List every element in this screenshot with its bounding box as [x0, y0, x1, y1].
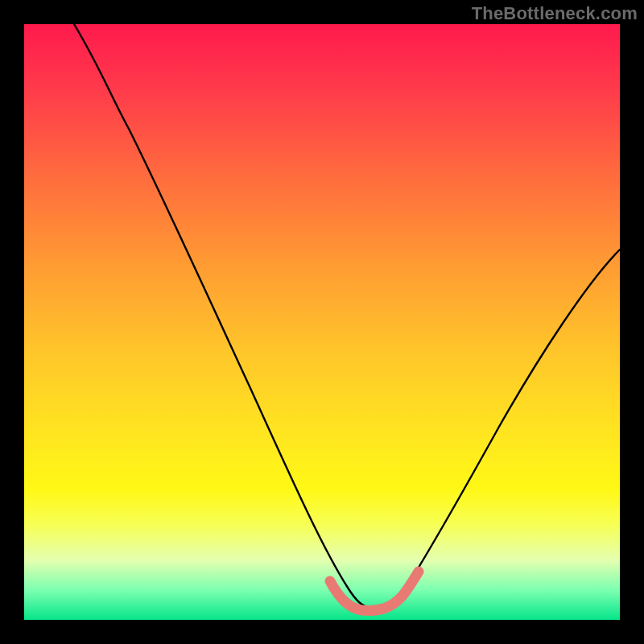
valley-highlight	[330, 572, 419, 610]
watermark-text: TheBottleneck.com	[472, 3, 638, 24]
chart-plot-area	[24, 24, 620, 620]
chart-svg	[24, 24, 620, 620]
chart-frame: TheBottleneck.com	[0, 0, 644, 644]
bottleneck-curve	[74, 24, 620, 609]
